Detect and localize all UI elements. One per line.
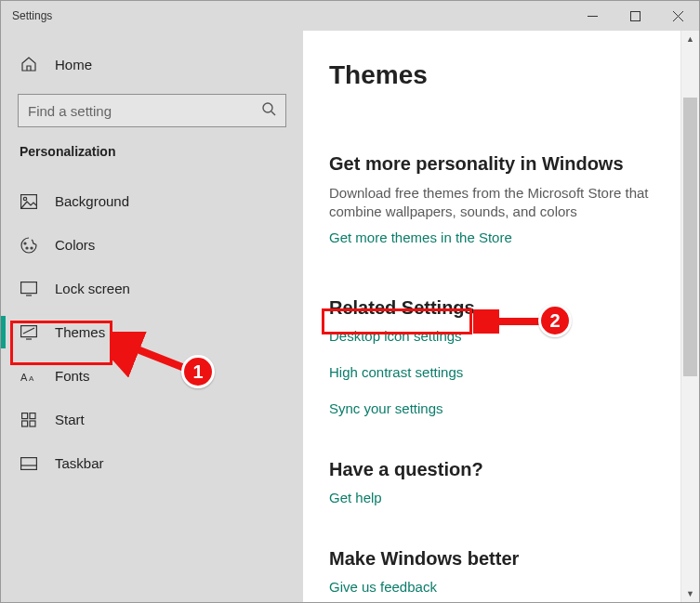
svg-text:A: A	[29, 374, 34, 383]
sidebar-item-label: Taskbar	[55, 455, 104, 471]
svg-text:A: A	[20, 372, 28, 383]
sidebar: Home Personalization Background	[1, 31, 303, 602]
sidebar-item-start[interactable]: Start	[1, 398, 303, 441]
svg-rect-13	[22, 421, 28, 426]
svg-rect-7	[21, 282, 37, 293]
sidebar-item-colors[interactable]: Colors	[1, 223, 303, 267]
svg-rect-12	[30, 413, 35, 418]
image-icon	[20, 194, 38, 209]
home-icon	[20, 56, 38, 72]
promo-title: Get more personality in Windows	[329, 153, 662, 175]
sidebar-item-label: Start	[55, 412, 85, 427]
lockscreen-icon	[20, 282, 38, 296]
maximize-button[interactable]	[614, 1, 656, 31]
svg-rect-11	[22, 413, 28, 418]
sidebar-item-label: Lock screen	[55, 281, 130, 296]
better-title: Make Windows better	[329, 548, 662, 570]
palette-icon	[20, 237, 38, 254]
sidebar-item-taskbar[interactable]: Taskbar	[1, 441, 303, 485]
section-better: Make Windows better Give us feedback	[329, 548, 662, 604]
search-icon	[261, 101, 276, 120]
minimize-button[interactable]	[571, 1, 614, 31]
search-input[interactable]	[28, 103, 261, 119]
window-controls	[571, 1, 699, 31]
annotation-badge-2: 2	[538, 304, 572, 337]
link-high-contrast-settings[interactable]: High contrast settings	[329, 364, 662, 380]
titlebar: Settings	[1, 1, 699, 31]
annotation-arrow-2	[473, 309, 548, 334]
section-question: Have a question? Get help	[329, 459, 662, 515]
section-promo: Get more personality in Windows Download…	[329, 153, 662, 255]
close-button[interactable]	[656, 1, 699, 31]
svg-point-3	[23, 197, 26, 200]
sidebar-section-title: Personalization	[1, 144, 303, 159]
annotation-badge-1: 1	[181, 355, 215, 388]
link-get-help[interactable]: Get help	[329, 490, 382, 505]
svg-point-5	[26, 247, 28, 249]
svg-point-6	[31, 247, 33, 249]
sidebar-item-label: Background	[55, 193, 129, 209]
svg-point-4	[24, 243, 26, 244]
svg-rect-15	[21, 457, 37, 469]
question-title: Have a question?	[329, 459, 662, 480]
link-give-feedback[interactable]: Give us feedback	[329, 579, 437, 595]
sidebar-item-label: Colors	[55, 237, 95, 253]
sidebar-item-label: Fonts	[55, 368, 90, 384]
page-title: Themes	[329, 60, 662, 90]
svg-rect-0	[630, 11, 640, 20]
sidebar-item-label: Themes	[55, 324, 105, 340]
home-label: Home	[55, 57, 92, 72]
start-icon	[20, 413, 38, 427]
scroll-up-icon[interactable]: ▲	[681, 31, 699, 47]
link-get-more-themes[interactable]: Get more themes in the Store	[329, 229, 512, 245]
themes-icon	[20, 325, 38, 340]
svg-point-1	[263, 103, 272, 112]
taskbar-icon	[20, 457, 38, 470]
window-title: Settings	[12, 9, 52, 22]
promo-body: Download free themes from the Microsoft …	[329, 184, 662, 222]
svg-rect-14	[30, 421, 35, 426]
sidebar-home[interactable]: Home	[1, 40, 303, 88]
search-box[interactable]	[18, 94, 286, 127]
scrollbar[interactable]: ▲ ▼	[680, 31, 699, 602]
sidebar-item-lockscreen[interactable]: Lock screen	[1, 267, 303, 310]
link-sync-your-settings[interactable]: Sync your settings	[329, 400, 662, 416]
scrollbar-thumb[interactable]	[683, 98, 697, 376]
scroll-down-icon[interactable]: ▼	[681, 585, 699, 602]
fonts-icon: AA	[20, 370, 38, 383]
sidebar-item-background[interactable]: Background	[1, 179, 303, 223]
